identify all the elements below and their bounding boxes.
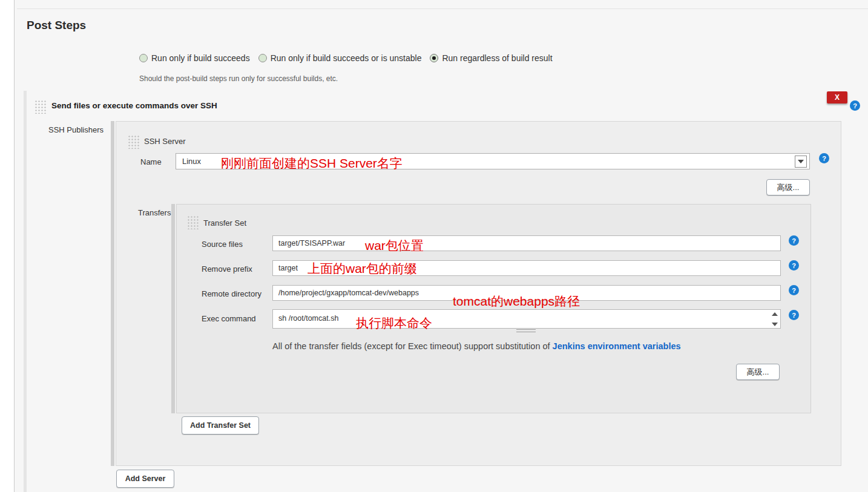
ssh-publishers-label: SSH Publishers — [48, 125, 104, 134]
remote-directory-label: Remote directory — [202, 289, 261, 298]
help-icon[interactable]: ? — [789, 285, 799, 295]
top-divider — [17, 8, 868, 9]
radio-label: Run only if build succeeds or is unstabl… — [271, 53, 422, 63]
ssh-server-name-select[interactable]: Linux — [176, 153, 810, 169]
radio-label: Run regardless of build result — [442, 53, 552, 63]
exec-command-label: Exec command — [202, 314, 256, 323]
delete-publisher-button[interactable]: X — [827, 91, 847, 103]
source-files-label: Source files — [202, 240, 243, 249]
help-icon[interactable]: ? — [819, 153, 829, 163]
jenkins-env-variables-link[interactable]: Jenkins environment variables — [553, 341, 681, 351]
radio-option-run-if-succeeds-or-unstable[interactable]: Run only if build succeeds or is unstabl… — [258, 53, 422, 63]
drag-handle-icon[interactable] — [186, 215, 199, 229]
radio-icon[interactable] — [258, 54, 267, 62]
help-icon[interactable]: ? — [789, 235, 799, 246]
scroll-down-icon[interactable] — [772, 323, 778, 326]
page-title: Post Steps — [27, 19, 86, 32]
exec-command-value: sh /root/tomcat.sh — [278, 314, 338, 323]
help-icon[interactable]: ? — [850, 100, 860, 111]
add-server-button[interactable]: Add Server — [116, 470, 174, 488]
note-text: All of the transfer fields (except for E… — [272, 341, 553, 351]
radio-option-run-if-succeeds[interactable]: Run only if build succeeds — [139, 53, 250, 63]
server-panel-divider — [111, 121, 114, 466]
scroll-up-icon[interactable] — [772, 312, 778, 316]
source-files-input[interactable] — [272, 235, 781, 251]
server-advanced-button[interactable]: 高级... — [766, 179, 810, 195]
textarea-scrollbar — [770, 310, 780, 328]
name-field-label: Name — [140, 157, 162, 166]
jenkins-config-page: Post Steps Run only if build succeeds Ru… — [0, 0, 868, 492]
remote-directory-input[interactable] — [272, 285, 781, 301]
publisher-block-stripe — [24, 91, 27, 492]
transfer-panel-divider — [171, 204, 175, 413]
radio-label: Run only if build succeeds — [151, 53, 250, 63]
exec-command-textarea[interactable]: sh /root/tomcat.sh — [272, 309, 781, 329]
radio-option-run-regardless[interactable]: Run regardless of build result — [430, 53, 552, 63]
remove-prefix-input[interactable] — [272, 260, 781, 276]
radio-selected-icon[interactable] — [430, 54, 438, 62]
post-steps-hint: Should the post-build steps run only for… — [139, 74, 338, 83]
add-transfer-set-button[interactable]: Add Transfer Set — [182, 416, 259, 435]
selected-server-name: Linux — [176, 157, 201, 166]
textarea-resize-handle[interactable] — [516, 329, 536, 332]
radio-icon[interactable] — [139, 54, 148, 62]
transfers-label: Transfers — [138, 208, 171, 217]
drag-handle-icon[interactable] — [127, 134, 139, 149]
help-icon[interactable]: ? — [789, 310, 799, 320]
publisher-block-title: Send files or execute commands over SSH — [51, 101, 217, 110]
post-steps-radio-group: Run only if build succeeds Run only if b… — [139, 53, 553, 63]
ssh-server-section-label: SSH Server — [144, 137, 186, 146]
drag-handle-icon[interactable] — [34, 99, 46, 114]
chevron-down-icon[interactable] — [795, 156, 807, 168]
transfer-advanced-button[interactable]: 高级... — [736, 364, 780, 380]
help-icon[interactable]: ? — [789, 260, 799, 271]
transfer-set-section-label: Transfer Set — [203, 218, 246, 228]
transfer-fields-note: All of the transfer fields (except for E… — [272, 341, 681, 351]
remove-prefix-label: Remove prefix — [202, 264, 252, 274]
